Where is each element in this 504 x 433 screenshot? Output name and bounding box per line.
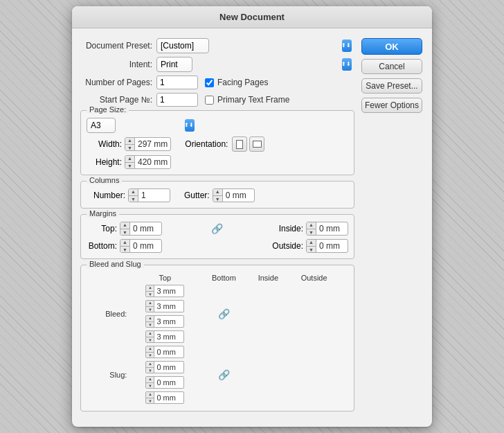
bleed-inside-up[interactable]: ▲	[146, 315, 154, 322]
columns-section: Columns Number: ▲ ▼ 1 Gutter: ▲	[80, 181, 354, 209]
intent-wrapper[interactable]: Print	[156, 57, 354, 72]
slug-inside-down[interactable]: ▼	[146, 383, 154, 389]
primary-text-frame-label: Primary Text Frame	[217, 95, 289, 105]
bottom-margin-value: 0 mm	[130, 241, 161, 251]
slug-top-spin[interactable]: ▲ ▼ 0 mm	[145, 346, 184, 358]
facing-pages-checkbox[interactable]	[205, 78, 214, 87]
inside-up[interactable]: ▲	[307, 222, 316, 229]
margins-section-label: Margins	[87, 209, 119, 218]
bleed-row: Bleed: ▲ ▼ 3 mm	[87, 283, 348, 344]
bleed-inside-spin[interactable]: ▲ ▼ 3 mm	[145, 315, 184, 328]
page-size-wrapper[interactable]: A3	[87, 118, 197, 133]
slug-outside-down[interactable]: ▼	[146, 398, 154, 405]
slug-top-up[interactable]: ▲	[146, 346, 154, 353]
bleed-top-up[interactable]: ▲	[146, 285, 154, 292]
top-margin-down[interactable]: ▼	[120, 229, 129, 236]
document-preset-label: Document Preset:	[80, 41, 156, 51]
slug-bottom-spin[interactable]: ▲ ▼ 0 mm	[145, 361, 184, 373]
width-down-arrow[interactable]: ▼	[125, 145, 134, 152]
document-preset-row: Document Preset: [Custom]	[80, 38, 354, 53]
intent-select[interactable]: Print	[156, 57, 192, 72]
bleed-bottom-down[interactable]: ▼	[146, 307, 154, 313]
fewer-options-button[interactable]: Fewer Options	[361, 98, 422, 113]
top-margin-spin[interactable]: ▲ ▼ 0 mm	[120, 222, 162, 236]
columns-number-spin[interactable]: ▲ ▼ 1	[128, 188, 170, 202]
outside-down[interactable]: ▼	[307, 247, 316, 254]
gutter-down-arrow[interactable]: ▼	[213, 196, 222, 203]
columns-up-arrow[interactable]: ▲	[129, 188, 138, 196]
slug-link-icon[interactable]: 🔗	[218, 369, 230, 380]
bleed-inside-down[interactable]: ▼	[146, 322, 154, 328]
orientation-landscape-button[interactable]	[249, 136, 264, 152]
bleed-outside-spin[interactable]: ▲ ▼ 3 mm	[145, 330, 184, 343]
inside-margin-spin[interactable]: ▲ ▼ 0 mm	[306, 222, 348, 236]
number-of-pages-input[interactable]	[156, 76, 198, 89]
outside-label: Outside:	[267, 241, 306, 251]
margins-lock-icon[interactable]: 🔗	[211, 222, 222, 235]
top-margin-up[interactable]: ▲	[120, 222, 129, 229]
columns-down-arrow[interactable]: ▼	[129, 196, 138, 203]
bleed-link-icon[interactable]: 🔗	[218, 308, 230, 319]
height-up-arrow[interactable]: ▲	[125, 155, 134, 163]
width-row: Width: ▲ ▼ 297 mm Orientation:	[87, 136, 348, 152]
gutter-up-arrow[interactable]: ▲	[213, 188, 222, 196]
bleed-outside-up[interactable]: ▲	[146, 330, 154, 337]
bleed-label: Bleed:	[87, 283, 129, 344]
bottom-margin-down[interactable]: ▼	[120, 247, 129, 254]
new-document-dialog: New Document Document Preset: [Custom] I…	[72, 6, 432, 427]
number-of-pages-label: Number of Pages:	[80, 78, 156, 87]
bleed-top-spin[interactable]: ▲ ▼ 3 mm	[145, 285, 184, 297]
orientation-portrait-button[interactable]	[232, 136, 247, 152]
height-spin[interactable]: ▲ ▼ 420 mm	[125, 155, 171, 169]
start-page-label: Start Page №:	[80, 95, 156, 105]
bleed-slug-section-label: Bleed and Slug	[87, 260, 144, 268]
slug-top-down[interactable]: ▼	[146, 353, 154, 359]
bleed-bottom-spin[interactable]: ▲ ▼ 3 mm	[145, 300, 184, 312]
columns-number-label: Number:	[87, 191, 128, 200]
primary-text-frame-checkbox[interactable]	[205, 96, 214, 105]
ok-button[interactable]: OK	[361, 38, 422, 55]
slug-outside-spin[interactable]: ▲ ▼ 0 mm	[145, 391, 184, 404]
height-down-arrow[interactable]: ▼	[125, 163, 134, 170]
margins-bottom-row: Bottom: ▲ ▼ 0 mm Outside: ▲ ▼	[87, 239, 348, 253]
width-spin[interactable]: ▲ ▼ 297 mm	[125, 137, 171, 151]
outside-value: 0 mm	[316, 241, 348, 251]
width-up-arrow[interactable]: ▲	[125, 137, 134, 145]
page-size-section-label: Page Size:	[87, 105, 129, 114]
page-size-select[interactable]: A3	[87, 118, 116, 133]
bleed-outside-down[interactable]: ▼	[146, 337, 154, 344]
slug-inside-up[interactable]: ▲	[146, 376, 154, 383]
bleed-top-down[interactable]: ▼	[146, 292, 154, 298]
save-preset-button[interactable]: Save Preset...	[361, 78, 422, 94]
outside-up[interactable]: ▲	[307, 239, 316, 247]
slug-bottom-value: 0 mm	[154, 363, 178, 371]
inside-down[interactable]: ▼	[307, 229, 316, 236]
slug-bottom-down[interactable]: ▼	[146, 368, 154, 374]
gutter-value: 0 mm	[223, 191, 254, 200]
landscape-icon	[253, 141, 262, 148]
intent-label: Intent:	[80, 60, 156, 69]
document-preset-wrapper[interactable]: [Custom]	[156, 38, 354, 53]
width-value: 297 mm	[135, 139, 170, 149]
col-bottom-header: Bottom	[200, 272, 247, 283]
slug-inside-spin[interactable]: ▲ ▼ 0 mm	[145, 376, 184, 389]
top-margin-value: 0 mm	[130, 224, 161, 233]
margins-top-row: Top: ▲ ▼ 0 mm 🔗 Inside: ▲	[87, 222, 348, 236]
start-page-input[interactable]	[156, 93, 198, 107]
margins-section: Margins Top: ▲ ▼ 0 mm 🔗 Inside:	[80, 214, 354, 259]
outside-margin-spin[interactable]: ▲ ▼ 0 mm	[306, 239, 348, 253]
slug-row: Slug: ▲ ▼ 0 mm	[87, 344, 348, 405]
gutter-spin[interactable]: ▲ ▼ 0 mm	[213, 188, 255, 202]
intent-row: Intent: Print	[80, 57, 354, 72]
primary-text-frame-row[interactable]: Primary Text Frame	[205, 95, 289, 105]
cancel-button[interactable]: Cancel	[361, 59, 422, 74]
document-preset-select[interactable]: [Custom]	[156, 38, 209, 53]
slug-outside-up[interactable]: ▲	[146, 391, 154, 398]
bottom-margin-spin[interactable]: ▲ ▼ 0 mm	[120, 239, 162, 253]
slug-bottom-up[interactable]: ▲	[146, 361, 154, 368]
bleed-top-value: 3 mm	[154, 287, 178, 295]
bottom-margin-up[interactable]: ▲	[120, 239, 129, 247]
bleed-bottom-up[interactable]: ▲	[146, 300, 154, 307]
facing-pages-row[interactable]: Facing Pages	[205, 78, 268, 87]
bleed-inside-value: 3 mm	[154, 317, 178, 326]
